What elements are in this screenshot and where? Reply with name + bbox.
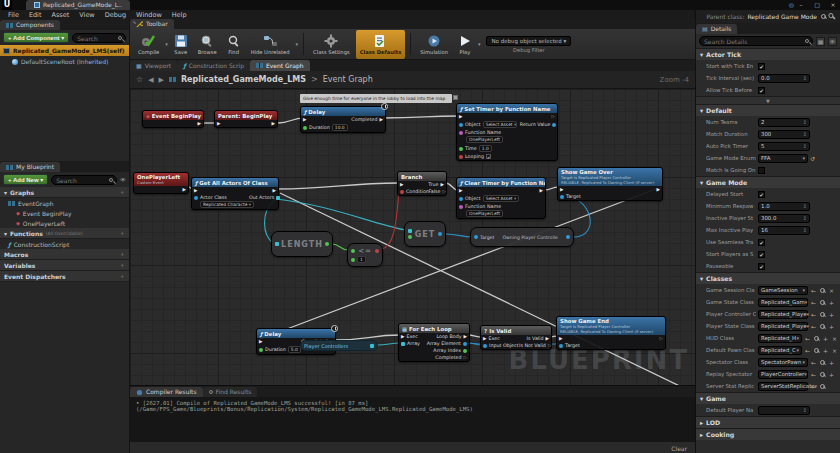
section-actor-tick[interactable]: ▾Actor Tick xyxy=(696,48,840,60)
section-event-dispatchers[interactable]: Event Dispatchers＋ xyxy=(0,271,129,282)
tab-find-results[interactable]: Find Results xyxy=(203,387,258,397)
value-select[interactable]: SpectatorPawn▾ xyxy=(758,358,808,367)
hide-unrelated-caret-icon[interactable]: ▾ xyxy=(296,41,299,47)
add-icon[interactable]: + xyxy=(822,347,829,354)
add-icon[interactable]: + xyxy=(828,311,835,318)
tab-toolbar[interactable]: Toolbar xyxy=(130,19,174,29)
add-function-icon[interactable]: ＋ xyxy=(119,229,125,238)
simulation-button[interactable]: Simulation xyxy=(416,30,452,59)
play-button[interactable]: Play xyxy=(454,30,476,59)
compile-button[interactable]: Compile xyxy=(134,30,163,59)
find-button[interactable]: Find xyxy=(223,30,245,59)
edit-parent-icon[interactable] xyxy=(830,14,836,20)
node-clear-timer-by-function-name[interactable]: ƒClear Timer by Function Name ▶▶ ObjectS… xyxy=(456,177,546,219)
tree-item-event-beginplay[interactable]: ◆Event BeginPlay xyxy=(0,208,129,218)
value-input[interactable]: 5↕ xyxy=(758,142,810,151)
class-defaults-button[interactable]: Class Defaults xyxy=(356,30,406,59)
use-selected-icon[interactable]: ← xyxy=(810,299,817,306)
node-oneplayerleft-event[interactable]: OnePlayerLeftCustom Event ▶ xyxy=(133,172,189,194)
menu-item[interactable]: Window xyxy=(136,11,162,19)
node-event-beginplay[interactable]: ◆Event BeginPlay ▶ xyxy=(142,110,204,128)
add-dispatcher-icon[interactable]: ＋ xyxy=(119,272,125,281)
section-game[interactable]: ▾Game xyxy=(696,392,840,404)
browse-icon[interactable] xyxy=(819,299,826,306)
node-for-each-loop[interactable]: ▦For Each Loop ▶ExecLoop Body▶ ArrayArra… xyxy=(398,323,470,362)
add-icon[interactable]: + xyxy=(828,299,835,306)
checkbox[interactable]: ✔ xyxy=(758,63,765,70)
section-lod[interactable]: ▸LOD xyxy=(696,416,840,428)
browse-icon[interactable] xyxy=(819,287,826,294)
use-selected-icon[interactable]: ← xyxy=(810,323,817,330)
debug-object-select[interactable]: No debug object selected xyxy=(486,36,571,46)
expander[interactable]: ▼ xyxy=(696,96,840,104)
pin-icon[interactable]: ◎ xyxy=(789,1,794,8)
node-get-all-actors-of-class[interactable]: ƒGet All Actors Of Class ▶▶ Actor ClassR… xyxy=(191,177,279,210)
clear-icon[interactable]: × xyxy=(831,335,838,342)
maximize-button[interactable]: ▢ xyxy=(812,1,822,8)
class-settings-button[interactable]: Class Settings xyxy=(309,30,354,59)
menu-item[interactable]: View xyxy=(79,11,94,19)
section-functions[interactable]: ▾Functions(All Overridable)＋ xyxy=(0,228,129,239)
browse-icon[interactable] xyxy=(819,323,826,330)
value-select[interactable]: Replicated_Playe▾ xyxy=(758,322,808,331)
looping-checkbox[interactable]: ✔ xyxy=(486,154,491,159)
breadcrumb-blueprint[interactable]: Replicated_GameMode_LMS xyxy=(181,75,306,84)
browse-button[interactable]: Browse xyxy=(194,30,221,59)
reset-to-default-icon[interactable]: ↺ xyxy=(810,155,815,162)
tab-components[interactable]: Components xyxy=(0,20,60,30)
node-show-game-end[interactable]: Show Game EndTarget is Replicated Player… xyxy=(556,316,666,350)
play-options-caret-icon[interactable]: ▾ xyxy=(478,41,481,47)
component-row-self[interactable]: Replicated_GameMode_LMS(self) xyxy=(0,45,129,56)
browse-icon[interactable] xyxy=(813,335,820,342)
spinner-icon[interactable]: ↕ xyxy=(803,118,807,126)
tab-construction-script[interactable]: ƒConstruction Scrip xyxy=(177,60,250,71)
tab-viewport[interactable]: ▦Viewport xyxy=(130,60,177,71)
clear-icon[interactable]: × xyxy=(828,287,835,294)
checkbox[interactable]: ✔ xyxy=(758,263,765,270)
spinner-icon[interactable]: ↕ xyxy=(803,214,807,222)
tree-item-constructionscript[interactable]: ƒConstructionScript xyxy=(0,239,129,249)
spinner-icon[interactable]: ↕ xyxy=(803,130,807,138)
checkbox[interactable]: ✔ xyxy=(758,251,765,258)
compile-options-caret-icon[interactable]: ▾ xyxy=(165,41,168,47)
browse-icon[interactable] xyxy=(819,371,826,378)
property-matrix-icon[interactable]: ▦ xyxy=(816,37,825,46)
browse-icon[interactable] xyxy=(813,347,820,354)
node-array-length[interactable]: LENGTH xyxy=(271,231,333,257)
breadcrumb-graph[interactable]: Event Graph xyxy=(323,75,373,84)
use-selected-icon[interactable]: ← xyxy=(804,335,811,342)
find-parent-icon[interactable] xyxy=(820,13,827,20)
tab-compiler-results[interactable]: Compiler Results xyxy=(130,387,203,397)
node-is-valid[interactable]: ?Is Valid ▶ExecIs Valid▶ Input ObjectIs … xyxy=(480,325,552,350)
node-less-equal[interactable]: <= 1 xyxy=(347,243,383,267)
value-input[interactable]: 0.0↕ xyxy=(758,74,810,83)
value-input[interactable]: ↕ xyxy=(758,406,810,415)
comment-bubble[interactable]: Give enough time for everyone in the lob… xyxy=(300,94,452,103)
value-select[interactable]: PlayerController▾ xyxy=(758,370,808,379)
node-show-game-over[interactable]: Show Game OverTarget is Replicated Playe… xyxy=(557,167,663,201)
section-game-mode[interactable]: ▾Game Mode xyxy=(696,176,840,188)
checkbox[interactable]: ✔ xyxy=(758,239,765,246)
use-selected-icon[interactable]: ← xyxy=(810,287,817,294)
add-icon[interactable]: + xyxy=(828,323,835,330)
value-input[interactable]: 300.0↕ xyxy=(758,214,810,223)
value-input[interactable]: 16↕ xyxy=(758,226,810,235)
value-select[interactable]: Replicated_H▾ xyxy=(758,334,802,343)
spinner-icon[interactable]: ↕ xyxy=(803,74,807,82)
node-set-timer-by-function-name[interactable]: ƒSet Timer by Function Name ▶▷ ObjectSel… xyxy=(456,103,558,161)
spinner-icon[interactable]: ↕ xyxy=(803,202,807,210)
window-title-tab[interactable]: Replicated_GameMode_L.. xyxy=(26,0,130,10)
use-selected-icon[interactable]: ← xyxy=(810,371,817,378)
display-filter-icon[interactable]: 👁 xyxy=(828,37,837,46)
clear-log-button[interactable]: Clear xyxy=(671,445,687,452)
add-icon[interactable]: + xyxy=(828,359,835,366)
parent-class-value[interactable]: Replicated Game Mode xyxy=(747,13,817,20)
value-select[interactable]: Replicated_C▾ xyxy=(758,346,802,355)
browse-icon[interactable] xyxy=(819,383,826,390)
checkbox[interactable]: ✔ xyxy=(758,87,765,94)
use-selected-icon[interactable]: ← xyxy=(804,347,811,354)
favorite-star-icon[interactable]: ☆ xyxy=(136,75,143,84)
add-variable-icon[interactable]: ＋ xyxy=(119,261,125,270)
components-search-input[interactable]: Search xyxy=(72,33,126,43)
spinner-icon[interactable]: ↕ xyxy=(803,406,807,414)
